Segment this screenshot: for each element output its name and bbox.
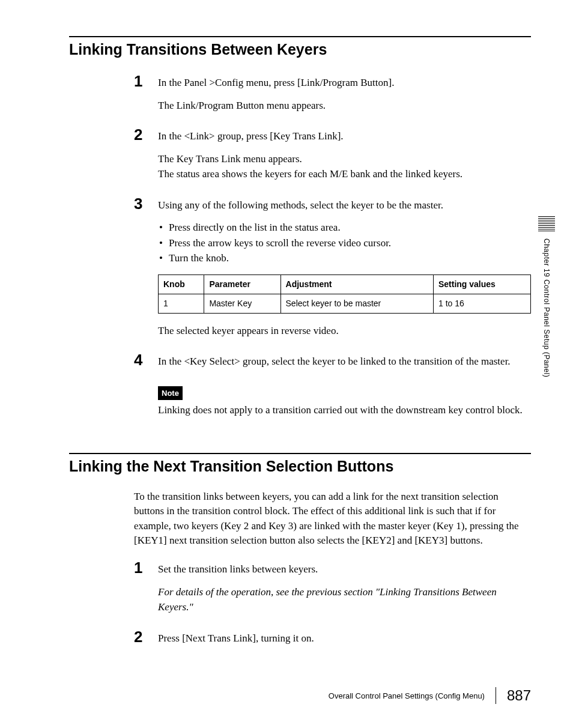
step-1: 1 Set the transition links between keyer…: [134, 559, 531, 622]
step-text: The Key Trans Link menu appears. The sta…: [158, 151, 531, 182]
bullet-item: Press directly on the list in the status…: [169, 220, 531, 235]
bullet-item: Press the arrow keys to scroll the rever…: [169, 235, 531, 251]
th-adjustment: Adjustment: [280, 275, 433, 294]
side-tab: Chapter 19 Control Panel Setup (Panel): [538, 216, 555, 377]
td-knob: 1: [159, 294, 204, 313]
page-footer: Overall Control Panel Settings (Config M…: [329, 687, 531, 704]
step-3: 3 Using any of the following methods, se…: [134, 195, 531, 346]
step-text: Press [Next Trans Link], turning it on.: [158, 631, 531, 646]
table-row: 1 Master Key Select keyer to be master 1…: [159, 294, 531, 313]
step-text: In the Panel >Config menu, press [Link/P…: [158, 75, 531, 91]
chapter-label: Chapter 19 Control Panel Setup (Panel): [542, 238, 551, 377]
step-number: 4: [134, 351, 158, 425]
step-text: Set the transition links between keyers.: [158, 562, 531, 577]
th-knob: Knob: [159, 275, 204, 294]
bullet-list: Press directly on the list in the status…: [169, 220, 531, 266]
step-text: Using any of the following methods, sele…: [158, 198, 531, 213]
step-number: 1: [134, 559, 158, 622]
step-text: In the <Link> group, press [Key Trans Li…: [158, 129, 531, 144]
step-text: The Link/Program Button menu appears.: [158, 98, 531, 114]
step-1: 1 In the Panel >Config menu, press [Link…: [134, 73, 531, 120]
th-parameter: Parameter: [204, 275, 280, 294]
bullet-item: Turn the knob.: [169, 250, 531, 266]
section2-title: Linking the Next Transition Selection Bu…: [69, 453, 531, 475]
step-text: In the <Key Select> group, select the ke…: [158, 354, 531, 369]
step-2: 2 In the <Link> group, press [Key Trans …: [134, 126, 531, 189]
td-setting: 1 to 16: [433, 294, 530, 313]
td-parameter: Master Key: [204, 294, 280, 313]
note-text: Linking does not apply to a transition c…: [158, 402, 531, 418]
step-text: The selected keyer appears in reverse vi…: [158, 323, 531, 339]
page-number: 887: [507, 687, 531, 704]
footer-divider: [496, 687, 496, 704]
step-2: 2 Press [Next Trans Link], turning it on…: [134, 628, 531, 654]
th-setting: Setting values: [433, 275, 530, 294]
td-adjustment: Select keyer to be master: [280, 294, 433, 313]
section2-intro: To the transition links between keyers, …: [134, 490, 531, 549]
step-number: 2: [134, 126, 158, 189]
table-header-row: Knob Parameter Adjustment Setting values: [159, 275, 531, 294]
footer-section-name: Overall Control Panel Settings (Config M…: [329, 691, 485, 700]
step-number: 1: [134, 73, 158, 120]
thumb-index-icon: [538, 216, 555, 232]
section1-title: Linking Transitions Between Keyers: [69, 36, 531, 58]
step-number: 2: [134, 628, 158, 654]
step-reference: For details of the operation, see the pr…: [158, 584, 531, 615]
parameter-table: Knob Parameter Adjustment Setting values…: [158, 275, 531, 314]
note-badge: Note: [158, 386, 183, 401]
step-number: 3: [134, 195, 158, 346]
step-4: 4 In the <Key Select> group, select the …: [134, 351, 531, 425]
